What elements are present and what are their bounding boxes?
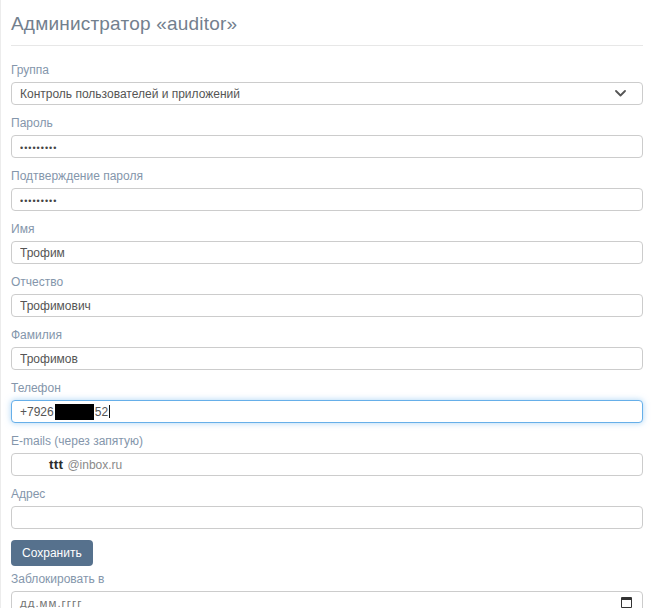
block-at-field: Заблокировать в дд.мм.гггг — [11, 572, 643, 608]
group-select[interactable]: Контроль пользователей и приложений — [11, 82, 643, 105]
title-divider — [11, 45, 643, 46]
group-select-value: Контроль пользователей и приложений — [20, 87, 240, 101]
save-button[interactable]: Сохранить — [11, 540, 93, 566]
password-label: Пароль — [11, 116, 643, 130]
text-caret — [109, 405, 110, 418]
save-row: Сохранить — [11, 540, 643, 566]
address-label: Адрес — [11, 487, 643, 501]
first-name-field: Имя — [11, 222, 643, 264]
emails-input[interactable]: ttt @inbox.ru — [11, 453, 643, 476]
password-confirm-label: Подтверждение пароля — [11, 169, 643, 183]
emails-label: E-mails (через запятую) — [11, 434, 643, 448]
first-name-input[interactable] — [11, 241, 643, 264]
calendar-icon[interactable] — [621, 597, 632, 608]
admin-edit-page: Администратор «auditor» Группа Контроль … — [1, 13, 653, 608]
phone-value-prefix: +7926 — [20, 405, 54, 419]
password-input[interactable] — [11, 135, 643, 158]
middle-name-field: Отчество — [11, 275, 643, 317]
address-field: Адрес — [11, 487, 643, 529]
redaction-box — [55, 404, 94, 420]
last-name-label: Фамилия — [11, 328, 643, 342]
middle-name-label: Отчество — [11, 275, 643, 289]
email-local-part: ttt — [49, 457, 63, 472]
emails-field: E-mails (через запятую) ttt @inbox.ru — [11, 434, 643, 476]
group-label: Группа — [11, 63, 643, 77]
date-placeholder: дд.мм.гггг — [20, 597, 82, 608]
phone-label: Телефон — [11, 381, 643, 395]
block-at-date-input[interactable]: дд.мм.гггг — [11, 591, 643, 608]
chevron-down-icon — [615, 90, 626, 97]
address-input[interactable] — [11, 506, 643, 529]
first-name-label: Имя — [11, 222, 643, 236]
phone-value-suffix: 52 — [95, 405, 108, 419]
block-at-label: Заблокировать в — [11, 572, 643, 586]
last-name-field: Фамилия — [11, 328, 643, 370]
last-name-input[interactable] — [11, 347, 643, 370]
phone-input[interactable]: +7926 52 — [11, 400, 643, 423]
phone-field: Телефон +7926 52 — [11, 381, 643, 423]
group-field: Группа Контроль пользователей и приложен… — [11, 63, 643, 105]
middle-name-input[interactable] — [11, 294, 643, 317]
password-confirm-input[interactable] — [11, 188, 643, 211]
page-title: Администратор «auditor» — [11, 13, 643, 35]
password-field: Пароль — [11, 116, 643, 158]
email-domain-part: @inbox.ru — [67, 458, 122, 472]
password-confirm-field: Подтверждение пароля — [11, 169, 643, 211]
